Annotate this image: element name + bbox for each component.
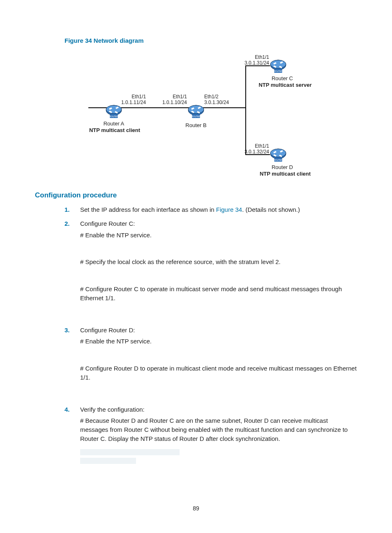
step2-main: Configure Router C: bbox=[80, 219, 357, 228]
routerC-if-ip: 3.0.1.31/24 bbox=[244, 60, 269, 66]
routerA-role: NTP multicast client bbox=[89, 127, 140, 133]
routerB-if2-ip: 3.0.1.30/24 bbox=[204, 100, 229, 105]
routerC-name: Router C bbox=[272, 75, 293, 81]
router-icon: ROUTER bbox=[270, 148, 286, 162]
svg-point-9 bbox=[270, 60, 286, 68]
routerD-if-ip: 3.0.1.32/24 bbox=[244, 149, 269, 155]
routerD-if-name: Eth1/1 bbox=[255, 143, 269, 149]
step-3: Configure Router D: # Enable the NTP ser… bbox=[65, 326, 357, 400]
routerC-if-name: Eth1/1 bbox=[255, 54, 269, 60]
page: Figure 34 Network diagram ROUTER Eth1/1 … bbox=[0, 0, 392, 533]
routerB-name: Router B bbox=[185, 122, 206, 128]
figure-ref-link[interactable]: Figure 34 bbox=[216, 206, 242, 213]
page-number: 89 bbox=[0, 505, 392, 512]
routerA-name: Router A bbox=[104, 121, 125, 127]
routerC-role: NTP multicast server bbox=[258, 82, 311, 88]
svg-text:ROUTER: ROUTER bbox=[274, 159, 283, 161]
routerD-role: NTP multicast client bbox=[260, 171, 311, 177]
step2-a: # Enable the NTP service. bbox=[80, 231, 357, 240]
routerD-name: Router D bbox=[272, 164, 293, 170]
figure-caption: Figure 34 Network diagram bbox=[65, 37, 357, 44]
svg-text:ROUTER: ROUTER bbox=[191, 115, 201, 118]
svg-point-1 bbox=[106, 105, 122, 114]
step-1: Set the IP address for each interface as… bbox=[65, 205, 357, 214]
network-diagram: ROUTER Eth1/1 1.0.1.11/24 Router A NTP m… bbox=[69, 48, 323, 180]
routerB-if1-ip: 1.0.1.10/24 bbox=[162, 100, 187, 105]
routerA-if-name: Eth1/1 bbox=[131, 94, 146, 100]
step3-b: # Configure Router D to operate in multi… bbox=[80, 364, 357, 382]
step3-a: # Enable the NTP service. bbox=[80, 337, 357, 346]
routerB-if2-name: Eth1/2 bbox=[204, 94, 219, 100]
steps-list: Set the IP address for each interface as… bbox=[65, 205, 357, 464]
step2-c: # Configure Router C to operate in multi… bbox=[80, 285, 357, 303]
step4-main: Verify the configuration: bbox=[80, 405, 357, 414]
step-2: Configure Router C: # Enable the NTP ser… bbox=[65, 219, 357, 321]
svg-point-5 bbox=[188, 105, 204, 114]
step-4: Verify the configuration: # Because Rout… bbox=[65, 405, 357, 464]
step1-pre: Set the IP address for each interface as… bbox=[80, 206, 216, 213]
section-heading: Configuration procedure bbox=[35, 191, 357, 199]
step2-b: # Specify the local clock as the referen… bbox=[80, 257, 357, 266]
redacted-line bbox=[80, 458, 136, 464]
svg-text:ROUTER: ROUTER bbox=[109, 115, 118, 118]
redacted-line bbox=[80, 449, 180, 455]
step1-post: . (Details not shown.) bbox=[242, 206, 300, 213]
svg-point-13 bbox=[270, 149, 286, 157]
routerA-if-ip: 1.0.1.11/24 bbox=[121, 100, 146, 105]
router-icon: ROUTER bbox=[270, 60, 286, 74]
router-icon: ROUTER bbox=[188, 105, 204, 119]
router-icon: ROUTER bbox=[106, 105, 122, 119]
routerB-if1-name: Eth1/1 bbox=[173, 94, 187, 100]
svg-text:ROUTER: ROUTER bbox=[274, 70, 283, 72]
step3-main: Configure Router D: bbox=[80, 326, 357, 335]
step4-a: # Because Router D and Router C are on t… bbox=[80, 416, 357, 443]
